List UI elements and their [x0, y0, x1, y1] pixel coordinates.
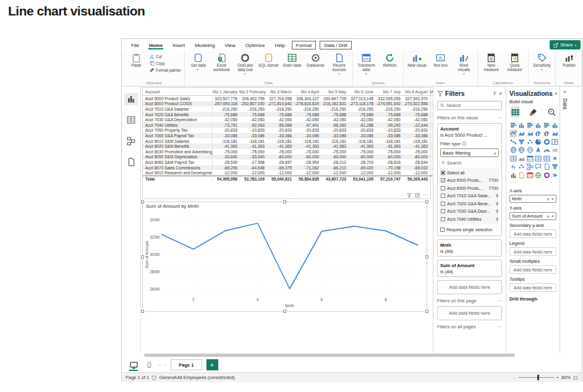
- line-chart-visual[interactable]: Sum of Amount by Mnth 260M280M300M320M34…: [142, 202, 427, 312]
- table-row[interactable]: Acct 8010 S&M Salaries-118,181-118,181-1…: [143, 138, 433, 144]
- filters-search-input[interactable]: Search: [437, 101, 502, 110]
- page-tab[interactable]: Page 1: [171, 359, 202, 370]
- table-row[interactable]: Acct 8070 Sales Commissions-68,290-64,54…: [143, 165, 433, 171]
- add-fields-dropzone[interactable]: Add data fields here: [437, 306, 502, 320]
- gauge-icon[interactable]: [543, 147, 550, 154]
- esri-visual-icon[interactable]: [543, 171, 550, 179]
- column-header[interactable]: Mo 5 May: [321, 88, 348, 96]
- amount-filter-card[interactable]: Sum of Amount is (All): [437, 260, 502, 277]
- table-row[interactable]: Acct 8060 S&M Payroll Tax-28,530-27,958-…: [143, 160, 433, 165]
- zoom-in-icon[interactable]: +: [556, 375, 559, 380]
- table-row[interactable]: Acct 6000 Product COGS-267,693,118-252,8…: [143, 101, 433, 107]
- stacked-bar-chart-icon[interactable]: [509, 121, 517, 129]
- filter-value-search[interactable]: Search: [440, 159, 499, 166]
- column-header[interactable]: Mo 1 January: [212, 88, 239, 96]
- data-pane-collapsed[interactable]: « Data: [560, 87, 569, 353]
- resize-handle[interactable]: [425, 310, 428, 313]
- column-header[interactable]: Mo 7 July: [375, 88, 402, 96]
- ribbon-tab-view[interactable]: View: [221, 41, 240, 49]
- table-row[interactable]: Acct 7010 G&A Salaries-216,250-216,250-2…: [143, 106, 433, 112]
- key-influencers-icon[interactable]: [518, 163, 526, 171]
- mnth-filter-card[interactable]: Mnth is (All): [437, 239, 502, 257]
- checkbox[interactable]: [441, 171, 445, 175]
- report-canvas[interactable]: AccountMo 1 JanuaryMo 2 FebruaryMo 3 Mar…: [141, 87, 433, 353]
- card-icon[interactable]: 123: [551, 147, 559, 154]
- table-icon[interactable]: [535, 155, 542, 162]
- checkbox[interactable]: [441, 194, 445, 198]
- clustered-column-chart-icon[interactable]: [535, 121, 542, 129]
- new-visual-button[interactable]: New visual: [407, 53, 427, 67]
- table-view-button[interactable]: [124, 114, 138, 126]
- refresh-button[interactable]: Refresh: [380, 53, 400, 67]
- waterfall-chart-icon[interactable]: [509, 138, 517, 145]
- matrix-icon[interactable]: [543, 155, 550, 162]
- new-measure-button[interactable]: New measure: [481, 53, 501, 72]
- column-header[interactable]: Mo 4 April: [294, 88, 321, 96]
- filter-value-select-all[interactable]: Select all: [441, 169, 498, 177]
- field-pill-sum-of-amount[interactable]: Sum of Amount∨×: [509, 212, 556, 220]
- funnel-chart-icon[interactable]: [518, 138, 526, 145]
- build-visual-tab[interactable]: [511, 106, 520, 117]
- ribbon-tab-help[interactable]: Help: [270, 41, 289, 49]
- format-visual-tab[interactable]: [529, 106, 538, 117]
- power-apps-icon[interactable]: [526, 171, 534, 179]
- copy-button[interactable]: Copy: [150, 61, 181, 66]
- checkbox[interactable]: [440, 228, 445, 232]
- python-visual-icon[interactable]: Py: [509, 163, 517, 171]
- column-header[interactable]: Account: [143, 88, 212, 96]
- collapse-filters-icon[interactable]: »: [499, 90, 502, 96]
- collapse-visualizations-icon[interactable]: »: [555, 90, 558, 96]
- format-painter-button[interactable]: Format painter: [150, 67, 181, 72]
- filter-value-acct-7020-g-a-bene-[interactable]: Acct 7020 G&A Bene...9: [441, 200, 498, 208]
- share-button[interactable]: Share∨: [550, 40, 581, 49]
- excel-workbook-button[interactable]: XExcel workbook: [211, 53, 232, 72]
- column-header[interactable]: Mo 8 August: [402, 88, 430, 96]
- azure-map-icon[interactable]: [535, 147, 542, 154]
- filter-value-acct-5000-produ-[interactable]: Acct 5000 Produ...7700: [441, 177, 498, 185]
- checkbox[interactable]: [441, 202, 445, 206]
- publish-button[interactable]: Publish: [559, 53, 579, 67]
- filter-value-acct-7010-g-a-salar-[interactable]: Acct 7010 G&A Salar...9: [441, 192, 498, 200]
- ribbon-tab-home[interactable]: Home: [145, 41, 167, 49]
- donut-chart-icon[interactable]: [543, 138, 550, 145]
- paste-button[interactable]: Paste: [126, 53, 147, 67]
- column-header[interactable]: Mo 2 February: [239, 88, 266, 96]
- pin-icon[interactable]: [492, 91, 497, 96]
- paginated-report-icon[interactable]: [518, 171, 526, 179]
- add-fields-dropzone[interactable]: Add data fields here: [509, 283, 556, 292]
- add-fields-dropzone[interactable]: Add data fields here: [509, 265, 556, 274]
- prev-page-icon[interactable]: ‹: [159, 362, 161, 368]
- section-more-icon[interactable]: ···: [498, 298, 503, 304]
- mobile-layout-button[interactable]: [143, 359, 155, 370]
- qa-visual-icon[interactable]: [535, 163, 542, 171]
- resize-handle[interactable]: [283, 310, 286, 313]
- resize-handle[interactable]: [425, 255, 428, 258]
- enter-data-button[interactable]: Enter data: [282, 53, 302, 67]
- clustered-bar-chart-icon[interactable]: [526, 121, 534, 129]
- zoom-out-icon[interactable]: -: [514, 375, 516, 380]
- 100-stacked-bar-chart-icon[interactable]: [543, 121, 550, 129]
- text-box-button[interactable]: AText box: [430, 53, 451, 67]
- table-row[interactable]: Acct 7060 G&A Payroll Tax-33,086-33,086-…: [143, 133, 433, 138]
- 100-stacked-column-chart-icon[interactable]: [551, 121, 559, 129]
- arcgis-map-icon[interactable]: [535, 171, 542, 179]
- filter-value-acct-6000-produ-[interactable]: Acct 6000 Produ...7700: [441, 184, 498, 192]
- column-header-clipped[interactable]: M: [430, 88, 433, 96]
- pie-chart-icon[interactable]: [535, 138, 542, 145]
- power-automate-icon[interactable]: ≫: [551, 171, 559, 179]
- sensitivity-button[interactable]: Sensitivity∨: [532, 53, 552, 72]
- dataverse-button[interactable]: Dataverse: [305, 53, 326, 67]
- decomposition-tree-icon[interactable]: [526, 163, 534, 171]
- add-fields-dropzone[interactable]: Add data fields here: [437, 280, 502, 294]
- stacked-area-chart-icon[interactable]: [526, 130, 534, 137]
- desktop-layout-button[interactable]: [128, 359, 139, 370]
- field-pill-mnth[interactable]: Mnth∨×: [509, 195, 556, 203]
- cut-button[interactable]: Cut: [150, 54, 181, 59]
- table-row[interactable]: Acct 8020 S&M Benefits-41,363-41,363-41,…: [143, 143, 433, 149]
- model-view-button[interactable]: [124, 135, 138, 147]
- r-script-visual-icon[interactable]: R: [551, 155, 559, 162]
- require-single-selection[interactable]: Require single selection: [440, 226, 499, 234]
- line-and-clustered-column-chart-icon[interactable]: [543, 130, 550, 137]
- area-chart-icon[interactable]: [518, 130, 526, 137]
- checkbox[interactable]: [441, 209, 445, 213]
